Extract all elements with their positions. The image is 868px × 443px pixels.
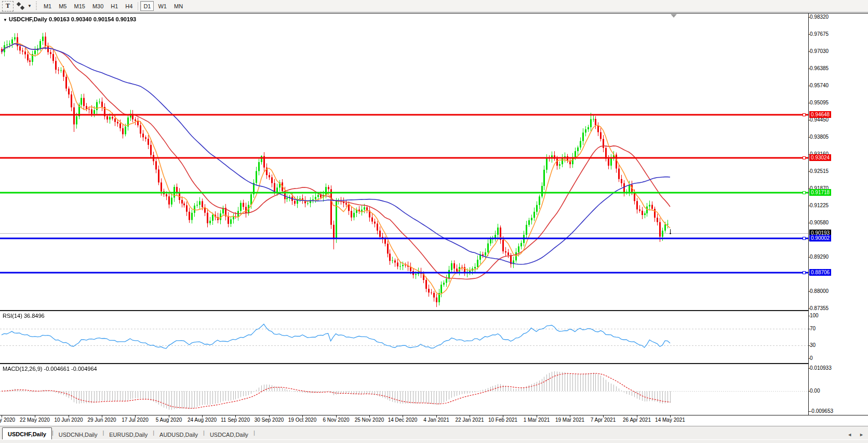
- rsi-axis[interactable]: 10070300: [809, 311, 868, 363]
- price-axis-tick: 0.97030: [810, 48, 829, 54]
- date-axis-label: 19 Oct 2020: [288, 417, 316, 423]
- chart-tab-usdcad[interactable]: USDCAD,Daily: [205, 429, 253, 440]
- timeframe-button-m30[interactable]: M30: [89, 1, 106, 11]
- date-axis-label: 10 Feb 2021: [488, 417, 517, 423]
- date-axis-label: 7 Apr 2021: [591, 417, 616, 423]
- price-axis-tick: 0.96385: [810, 65, 829, 71]
- hline-price-label: 0.91718: [809, 189, 831, 196]
- macd-axis-tick: 0.010933: [810, 365, 832, 371]
- timeframe-button-mn[interactable]: MN: [171, 1, 186, 11]
- rsi-axis-tick: 0: [810, 355, 813, 361]
- diamond-arrows-icon: [17, 2, 25, 10]
- timeframe-button-w1[interactable]: W1: [155, 1, 170, 11]
- price-axis-tick: 0.97675: [810, 31, 829, 37]
- tab-scroll-left-icon[interactable]: ◄: [847, 432, 852, 437]
- date-axis-label: 25 Nov 2020: [355, 417, 384, 423]
- date-axis-label: 22 May 2020: [20, 417, 50, 423]
- rsi-indicator-canvas[interactable]: [0, 311, 808, 363]
- date-axis-label: 30 Sep 2020: [255, 417, 284, 423]
- rsi-axis-tick: 30: [810, 342, 816, 348]
- chart-title: ▼ USDCHF,Daily 0.90163 0.90340 0.90154 0…: [3, 16, 136, 22]
- hline-price-label: 0.88706: [809, 269, 831, 276]
- date-axis-label: 6 Nov 2020: [323, 417, 349, 423]
- chart-tab-eurusd[interactable]: EURUSD,Daily: [104, 429, 153, 440]
- chart-ohlc-values: 0.90163 0.90340 0.90154 0.90193: [49, 16, 136, 22]
- date-axis-label: 22 Jan 2021: [455, 417, 484, 423]
- chart-tab-audusd[interactable]: AUDUSD,Daily: [154, 429, 203, 440]
- rsi-axis-tick: 70: [810, 326, 816, 331]
- chart-tab-bar: USDCHF,Daily|USDCNH,Daily|EURUSD,Daily|A…: [0, 426, 868, 440]
- price-axis-tick: 0.95095: [810, 100, 829, 105]
- date-axis-label: 5 Aug 2020: [156, 417, 182, 423]
- arrange-objects-icon[interactable]: [16, 2, 26, 11]
- price-axis-tick: 0.93805: [810, 134, 829, 140]
- timeframe-button-m15[interactable]: M15: [71, 1, 88, 11]
- macd-axis[interactable]: 0.0109330.00-0.009653: [809, 364, 868, 415]
- price-axis-tick: 0.87355: [810, 305, 829, 311]
- price-axis-tick: 0.91225: [810, 203, 829, 208]
- date-axis-label: 17 Jul 2020: [122, 417, 149, 423]
- main-chart-panel: ▼ USDCHF,Daily 0.90163 0.90340 0.90154 0…: [0, 14, 808, 310]
- date-axis-label: 10 Jun 2020: [54, 417, 83, 423]
- date-axis-label: 4 Jan 2021: [423, 417, 449, 423]
- price-axis-tick: 0.90580: [810, 220, 829, 225]
- macd-indicator-canvas[interactable]: [0, 364, 808, 415]
- rsi-label: RSI(14) 36.8496: [3, 313, 45, 319]
- price-axis-tick: 0.89290: [810, 254, 829, 260]
- date-axis-label: 14 Dec 2020: [388, 417, 418, 423]
- macd-axis-tick: 0.00: [810, 388, 820, 394]
- timeframe-button-d1[interactable]: D1: [140, 1, 154, 11]
- chart-title-caret-icon: ▼: [3, 18, 7, 22]
- date-axis-label: 26 Apr 2021: [623, 417, 651, 423]
- macd-label: MACD(12,26,9) -0.004661 -0.004964: [3, 366, 97, 372]
- rsi-panel: RSI(14) 36.8496: [0, 311, 808, 363]
- date-axis-label: 29 Jun 2020: [87, 417, 116, 423]
- price-axis-tick: 0.92515: [810, 168, 829, 174]
- chart-frame-top-border: [0, 13, 868, 14]
- date-axis-label: 4 May 2020: [0, 417, 15, 423]
- bottom-window-strip: [0, 439, 868, 443]
- timeframe-button-m1[interactable]: M1: [41, 1, 55, 11]
- rsi-axis-tick: 100: [810, 313, 819, 318]
- macd-panel: MACD(12,26,9) -0.004661 -0.004964: [0, 364, 808, 415]
- timeframe-button-h1[interactable]: H1: [108, 1, 121, 11]
- macd-axis-tick: -0.009653: [810, 408, 833, 414]
- hline-price-label: 0.90002: [809, 235, 831, 241]
- date-axis-label: 19 Mar 2021: [555, 417, 584, 423]
- toolbar-separator: [138, 2, 138, 10]
- chart-tab-usdchf[interactable]: USDCHF,Daily: [2, 427, 52, 440]
- tab-separator: |: [253, 429, 255, 437]
- chart-symbol-label: USDCHF,Daily: [9, 16, 47, 22]
- hline-price-label: 0.93024: [809, 154, 831, 161]
- date-axis[interactable]: 4 May 202022 May 202010 Jun 202029 Jun 2…: [0, 415, 868, 425]
- top-toolbar: T ▼ M1M5M15M30H1H4D1W1MN: [0, 0, 868, 12]
- timeframe-button-m5[interactable]: M5: [56, 1, 70, 11]
- toolbar-grip-separator: [35, 2, 38, 11]
- chart-tab-usdcnh[interactable]: USDCNH,Daily: [54, 429, 103, 440]
- text-label-tool-icon[interactable]: T: [2, 1, 14, 11]
- date-axis-label: 1 Mar 2021: [524, 417, 550, 423]
- price-axis[interactable]: 0.983200.976750.970300.963850.957400.950…: [809, 14, 868, 311]
- hline-price-label: 0.94648: [809, 111, 831, 118]
- price-axis-tick: 0.98320: [810, 14, 829, 20]
- chart-shift-marker-icon: [671, 14, 677, 18]
- date-axis-label: 24 Aug 2020: [188, 417, 217, 423]
- price-chart-canvas[interactable]: [0, 14, 808, 310]
- toolbar-dropdown-caret-icon[interactable]: ▼: [28, 4, 32, 8]
- date-axis-label: 14 May 2021: [655, 417, 685, 423]
- price-axis-tick: 0.88000: [810, 288, 829, 294]
- date-axis-label: 11 Sep 2020: [221, 417, 250, 423]
- tab-scroll-right-icon[interactable]: ►: [859, 432, 864, 437]
- timeframe-button-h4[interactable]: H4: [122, 1, 136, 11]
- price-axis-tick: 0.95740: [810, 83, 829, 88]
